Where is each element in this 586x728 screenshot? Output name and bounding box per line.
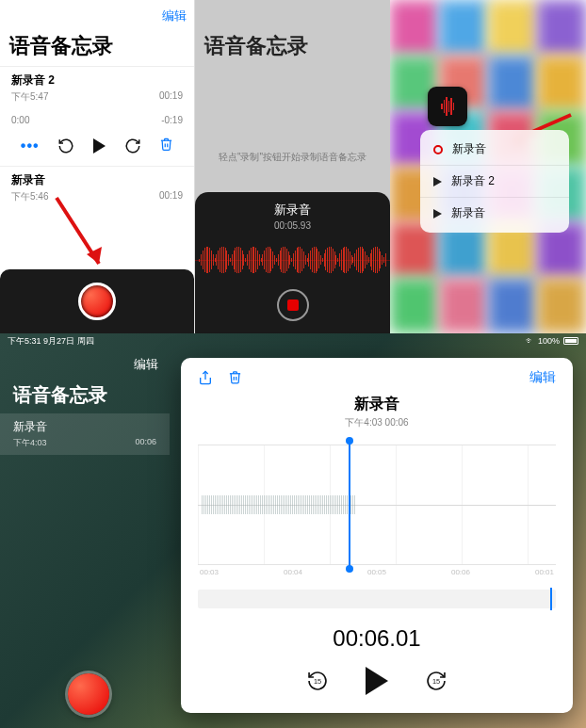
quick-action-menu: 新录音 新录音 2 新录音 bbox=[420, 130, 569, 233]
scrub-end: -0:19 bbox=[161, 115, 183, 125]
skip-fwd-15-button[interactable]: 15 bbox=[424, 669, 448, 693]
play-icon bbox=[433, 209, 442, 218]
status-bar: 下午5:31 9月27日 周四 ᯤ 100% bbox=[0, 333, 586, 348]
record-toolbar bbox=[0, 269, 194, 333]
share-button[interactable] bbox=[198, 369, 213, 389]
stop-button[interactable] bbox=[277, 289, 309, 321]
iphone-list-screenshot: 编辑 语音备忘录 新录音 2 下午5:47 00:19 0:00 -0:19 •… bbox=[0, 0, 195, 333]
scrubber[interactable] bbox=[198, 590, 556, 608]
svg-text:15: 15 bbox=[314, 677, 321, 686]
recording-name: 新录音 2 bbox=[11, 73, 55, 89]
status-time: 下午5:31 9月27日 周四 bbox=[8, 335, 94, 348]
iphone-recording-screenshot: 语音备忘录 轻点"录制"按钮开始录制语音备忘录 新录音 00:05.93 doc… bbox=[195, 0, 390, 333]
menu-label: 新录音 bbox=[451, 205, 485, 221]
hint-text: 轻点"录制"按钮开始录制语音备忘录 bbox=[195, 151, 390, 164]
menu-item-play[interactable]: 新录音 bbox=[420, 197, 569, 229]
app-title: 语音备忘录 bbox=[195, 32, 390, 66]
skip-fwd-icon[interactable] bbox=[124, 138, 141, 154]
recording-name: 新录音 bbox=[13, 419, 156, 435]
more-button[interactable]: ••• bbox=[21, 138, 40, 154]
recording-time: 下午5:47 bbox=[11, 90, 48, 104]
scrub-start: 0:00 bbox=[11, 115, 29, 125]
svg-marker-1 bbox=[87, 247, 102, 264]
recording-duration: 00:19 bbox=[159, 190, 183, 203]
play-button[interactable] bbox=[93, 138, 106, 154]
play-button[interactable] bbox=[366, 667, 388, 695]
recording-duration: 00:19 bbox=[159, 90, 183, 104]
waveform: document.write(Array.from({length:110},(… bbox=[195, 238, 390, 282]
record-icon bbox=[433, 145, 443, 154]
recording-name: 新录音 bbox=[195, 202, 390, 218]
recording-time: 下午5:46 bbox=[11, 190, 48, 203]
forcetouch-menu-screenshot: 新录音 新录音 2 新录音 bbox=[390, 0, 586, 333]
app-title: 语音备忘录 bbox=[0, 32, 194, 66]
play-icon bbox=[433, 177, 442, 186]
skip-back-icon[interactable] bbox=[57, 138, 74, 154]
app-title: 语音备忘录 bbox=[0, 377, 170, 413]
battery-icon bbox=[563, 337, 578, 345]
edit-link[interactable]: 编辑 bbox=[134, 357, 158, 371]
svg-text:15: 15 bbox=[432, 677, 440, 686]
record-button[interactable] bbox=[68, 673, 109, 715]
menu-label: 新录音 bbox=[452, 141, 486, 157]
time-ticks: 00:0300:0400:0500:0600:01 bbox=[198, 565, 556, 576]
menu-item-play[interactable]: 新录音 2 bbox=[420, 165, 569, 197]
timer: 00:06.01 bbox=[198, 625, 556, 652]
waveform-area[interactable] bbox=[198, 445, 556, 565]
menu-label: 新录音 2 bbox=[451, 173, 495, 189]
battery-pct: 100% bbox=[538, 336, 560, 346]
recording-duration: 00:06 bbox=[135, 437, 156, 449]
edit-link[interactable]: 编辑 bbox=[529, 369, 556, 389]
wifi-icon: ᯤ bbox=[526, 336, 534, 346]
edit-link[interactable]: 编辑 bbox=[162, 8, 187, 24]
scrubber-handle[interactable] bbox=[550, 588, 552, 610]
menu-item-new-recording[interactable]: 新录音 bbox=[420, 134, 569, 165]
record-button[interactable] bbox=[78, 283, 116, 320]
detail-subtitle: 下午4:03 00:06 bbox=[198, 416, 556, 429]
recording-name: 新录音 bbox=[11, 172, 45, 188]
recording-item[interactable]: 新录音 下午5:46 00:19 bbox=[0, 166, 194, 209]
recording-elapsed: 00:05.93 bbox=[195, 220, 390, 231]
recording-item-expanded[interactable]: 新录音 2 下午5:47 00:19 0:00 -0:19 ••• bbox=[0, 66, 194, 166]
recording-item[interactable]: 新录音 下午4:03 00:06 bbox=[0, 413, 170, 455]
playhead[interactable] bbox=[349, 441, 350, 569]
voice-memos-app-icon[interactable] bbox=[428, 87, 467, 126]
delete-button[interactable] bbox=[228, 369, 242, 389]
ipad-screenshot: 下午5:31 9月27日 周四 ᯤ 100% 编辑 语音备忘录 新录音 下午4:… bbox=[0, 333, 586, 728]
detail-title: 新录音 bbox=[198, 395, 556, 414]
detail-card: 编辑 新录音 下午4:03 00:06 00:0300:0400:0500:06… bbox=[181, 358, 573, 713]
recording-time: 下午4:03 bbox=[13, 437, 47, 449]
sidebar: 编辑 语音备忘录 新录音 下午4:03 00:06 bbox=[0, 348, 170, 728]
recording-sheet: 新录音 00:05.93 document.write(Array.from({… bbox=[195, 192, 390, 333]
skip-back-15-button[interactable]: 15 bbox=[305, 669, 330, 693]
delete-button[interactable] bbox=[159, 137, 173, 154]
